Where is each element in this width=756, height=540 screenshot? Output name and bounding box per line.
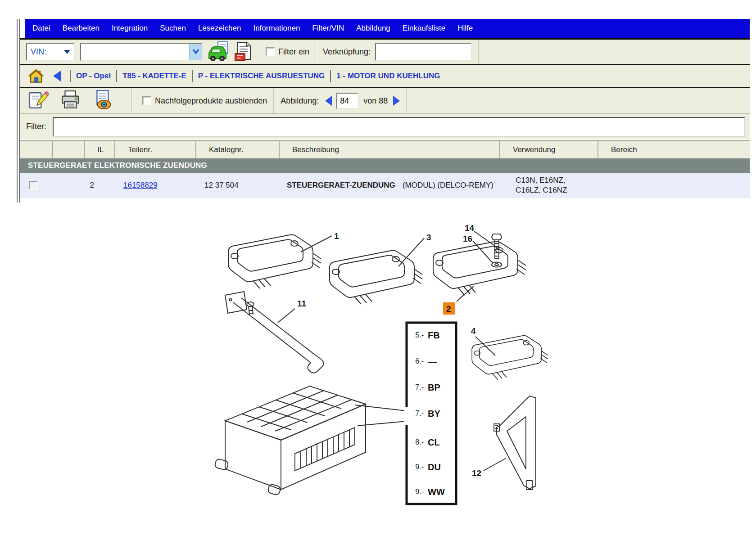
- column-header-verwendung[interactable]: Verwendung: [499, 141, 598, 158]
- menu-bar: Datei Bearbeiten Integration Suchen Lese…: [25, 19, 750, 38]
- breadcrumb: OP - Opel T85 - KADETTE-E P - ELEKTRISCH…: [20, 65, 750, 88]
- menu-item-hilfe[interactable]: Hilfe: [457, 24, 473, 33]
- pin-code: —: [428, 356, 437, 366]
- breadcrumb-item-brand[interactable]: OP - Opel: [76, 72, 111, 81]
- pin-number: 5.-: [415, 331, 424, 339]
- vin-combo: [80, 43, 203, 61]
- menu-item-informationen[interactable]: Informationen: [253, 24, 300, 33]
- separator: [192, 70, 193, 82]
- pin-number: 9.-: [415, 463, 424, 471]
- separator: [131, 88, 132, 113]
- callout-4[interactable]: 4: [471, 326, 476, 336]
- hide-successors-checkbox[interactable]: [142, 96, 151, 105]
- pin-number: 6.-: [415, 357, 424, 365]
- row-beschreibung-cell: STEUERGERAET-ZUENDUNG (MODUL) (DELCO-REM…: [279, 173, 499, 198]
- menu-item-bearbeiten[interactable]: Bearbeiten: [63, 24, 100, 33]
- part-strap-11: [225, 292, 324, 373]
- row-katalognr-cell: 12 37 504: [195, 173, 279, 198]
- description-extra: (MODUL) (DELCO-REMY): [403, 181, 493, 190]
- parts-diagram: 1 3 2 14 16 11: [189, 212, 585, 522]
- part-ecu: [214, 386, 407, 495]
- vehicle-search-button[interactable]: [207, 41, 230, 62]
- callout-16[interactable]: 16: [463, 234, 472, 243]
- pin-code: WW: [428, 487, 445, 497]
- pin-legend-box: 5.- FB 6.- — 7.- BP 7.- BY 8.- CL 9.- DU…: [404, 323, 456, 504]
- print-preview-button[interactable]: [93, 90, 113, 112]
- pin-number: 7.-: [415, 410, 424, 417]
- figure-total-label: von 88: [363, 96, 388, 106]
- epc-window: Datei Bearbeiten Integration Suchen Lese…: [17, 19, 750, 202]
- filter-ein-checkbox[interactable]: [266, 47, 275, 56]
- row-teilenr-cell: 16158829: [114, 173, 195, 198]
- column-header-beschreibung[interactable]: Beschreibung: [279, 141, 499, 158]
- filter-bar: Filter:: [20, 114, 750, 140]
- breadcrumb-item-subgroup[interactable]: 1 - MOTOR UND KUEHLUNG: [336, 72, 440, 81]
- vin-selector[interactable]: VIN:: [26, 43, 75, 61]
- home-icon[interactable]: [28, 68, 44, 84]
- chevron-down-icon: [192, 49, 199, 54]
- figure-number-input[interactable]: [336, 93, 359, 109]
- chevron-down-icon[interactable]: [64, 50, 70, 54]
- document-icon: [234, 41, 253, 62]
- filter-ein-label: Filter ein: [278, 47, 309, 57]
- column-header-katalognr[interactable]: Katalognr.: [195, 141, 279, 158]
- verwendung-line2: C16LZ, C16NZ: [516, 185, 598, 195]
- row-verwendung-cell: C13N, E16NZ, C16LZ, C16NZ: [499, 173, 598, 198]
- hide-successors-control: Nachfolgeprodukte ausblenden: [142, 96, 267, 106]
- verknuepfung-input[interactable]: [375, 43, 472, 61]
- edit-note-button[interactable]: [28, 90, 49, 112]
- printer-icon: [60, 90, 81, 110]
- menu-item-suchen[interactable]: Suchen: [160, 24, 186, 33]
- next-figure-icon[interactable]: [393, 96, 400, 106]
- pin-number: 8.-: [415, 438, 424, 446]
- callout-3[interactable]: 3: [426, 233, 431, 242]
- vin-input[interactable]: [81, 44, 189, 60]
- pin-code: FB: [428, 330, 440, 340]
- section-header: STEUERGERAET ELEKTRONISCHE ZUENDUNG: [20, 158, 750, 173]
- table-row[interactable]: 2 16158829 12 37 504 STEUERGERAET-ZUENDU…: [20, 173, 750, 198]
- menu-item-abbildung[interactable]: Abbildung: [356, 24, 390, 33]
- callout-2: 2: [446, 304, 451, 314]
- column-header-blank[interactable]: [52, 141, 84, 158]
- callout-1[interactable]: 1: [334, 231, 339, 241]
- column-header-select[interactable]: [20, 141, 52, 158]
- filter-ein-control: Filter ein: [266, 47, 309, 57]
- column-header-teilenr[interactable]: Teilenr.: [114, 141, 195, 158]
- row-il-cell: 2: [84, 173, 114, 198]
- part-module-3: [330, 238, 424, 304]
- row-checkbox[interactable]: [29, 181, 38, 190]
- vin-label: VIN:: [31, 47, 46, 57]
- callout-14[interactable]: 14: [465, 223, 475, 233]
- vin-dropdown-button[interactable]: [189, 44, 202, 60]
- breadcrumb-item-model[interactable]: T85 - KADETTE-E: [122, 72, 186, 81]
- callout-11[interactable]: 11: [297, 299, 307, 308]
- vin-toolbar: VIN:: [20, 40, 750, 65]
- description-main: STEUERGERAET-ZUENDUNG: [287, 181, 395, 190]
- menu-item-datei[interactable]: Datei: [32, 24, 50, 33]
- callout-12[interactable]: 12: [472, 468, 481, 478]
- separator: [406, 88, 407, 113]
- menu-item-integration[interactable]: Integration: [112, 24, 148, 33]
- part-number-link[interactable]: 16158829: [123, 181, 158, 190]
- highlight-marker-2[interactable]: 2: [443, 302, 455, 315]
- filter-input[interactable]: [53, 117, 745, 137]
- notepad-pencil-icon: [28, 90, 49, 110]
- menu-item-lesezeichen[interactable]: Lesezeichen: [198, 24, 241, 33]
- verwendung-line1: C13N, E16NZ,: [516, 176, 598, 185]
- column-header-bereich[interactable]: Bereich: [598, 141, 750, 158]
- separator: [330, 70, 331, 82]
- print-button[interactable]: [60, 90, 81, 112]
- parts-list-button[interactable]: [234, 41, 253, 62]
- pin-number: 9.-: [415, 488, 424, 495]
- part-module-2: [433, 241, 526, 302]
- column-header-il[interactable]: IL: [84, 141, 114, 158]
- previous-figure-icon[interactable]: [325, 96, 332, 106]
- breadcrumb-item-group[interactable]: P - ELEKTRISCHE AUSRUESTUNG: [198, 72, 325, 81]
- back-arrow-icon[interactable]: [53, 71, 61, 81]
- menu-item-einkaufsliste[interactable]: Einkaufsliste: [403, 24, 445, 33]
- separator: [116, 70, 117, 82]
- menu-item-filter-vin[interactable]: Filter/VIN: [312, 24, 344, 33]
- figure-toolbar: Nachfolgeprodukte ausblenden Abbildung: …: [20, 88, 750, 114]
- filter-label: Filter:: [26, 122, 46, 131]
- pin-code: DU: [428, 462, 441, 472]
